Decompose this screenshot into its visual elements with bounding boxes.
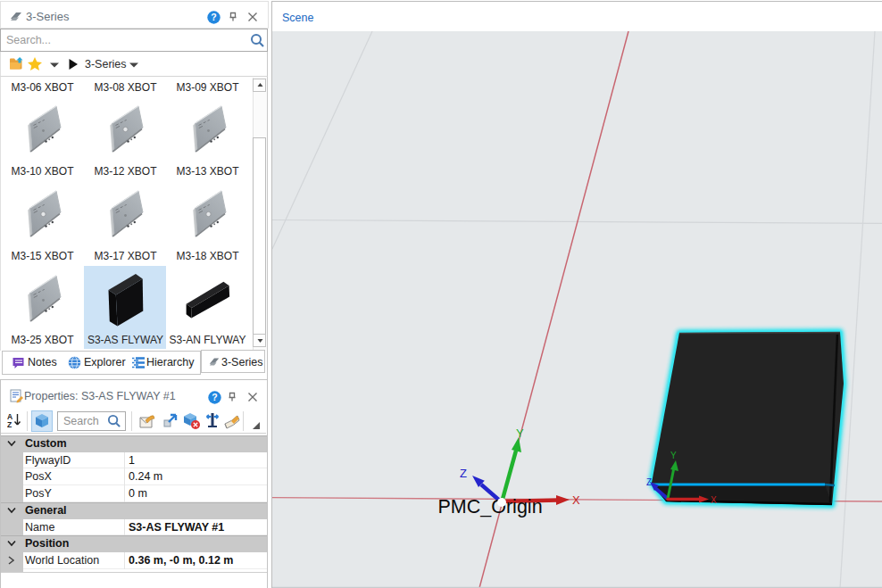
svg-text:X: X	[572, 493, 580, 507]
svg-text:?: ?	[212, 392, 217, 402]
svg-text:X: X	[711, 495, 717, 505]
svg-text:Z: Z	[646, 477, 652, 487]
svg-text:Z: Z	[460, 467, 467, 480]
svg-text:?: ?	[211, 12, 216, 22]
svg-text:Y: Y	[516, 427, 524, 440]
svg-text:PMC_Origin: PMC_Origin	[438, 496, 543, 518]
svg-text:Y: Y	[670, 451, 677, 460]
svg-text:Z: Z	[7, 420, 12, 428]
